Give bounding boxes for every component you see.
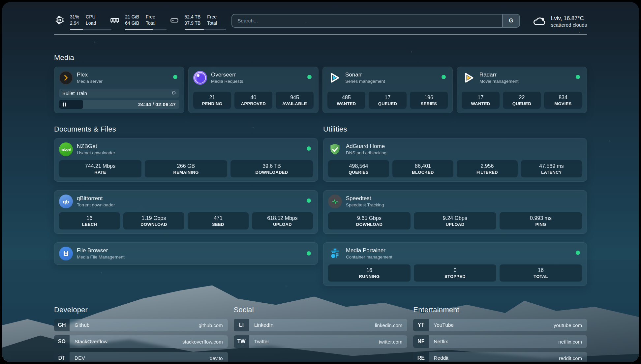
sonarr-card[interactable]: Sonarr Series management 485 WANTED 17 Q… bbox=[322, 67, 453, 113]
stat-label: FILTERED bbox=[458, 170, 516, 175]
gear-icon[interactable]: ⚙ bbox=[172, 91, 176, 96]
bookmark-github[interactable]: GH Github github.com bbox=[54, 319, 228, 331]
stat-value: 9.65 Gbps bbox=[329, 215, 409, 222]
bookmark-name: Netflix bbox=[429, 339, 448, 345]
utilities-column: Utilities bbox=[323, 125, 587, 286]
stat-tile: 16 RUNNING bbox=[328, 264, 411, 282]
speedtest-card[interactable]: Speedtest Speedtest Tracking 9.65 Gbps D… bbox=[323, 190, 587, 234]
memory-free-value: 21 GiB bbox=[125, 14, 139, 20]
bookmark-name: Twitter bbox=[249, 339, 269, 345]
stat-value: 22 bbox=[504, 94, 539, 101]
stat-label: APPROVED bbox=[236, 101, 271, 106]
speedtest-icon bbox=[328, 195, 342, 208]
playback-time: 24:44 / 02:06:47 bbox=[138, 102, 179, 107]
memory-metric: 21 GiB 64 GiB Free Total bbox=[109, 14, 155, 30]
bookmark-abbr: YT bbox=[413, 319, 429, 331]
radarr-card[interactable]: Radarr Movie management 17 WANTED 22 QUE… bbox=[457, 67, 587, 113]
stat-label: LATENCY bbox=[522, 170, 581, 175]
stat-value: 498,564 bbox=[329, 163, 388, 169]
memory-progressbar bbox=[125, 29, 167, 30]
status-dot bbox=[307, 75, 312, 79]
weather-widget: Lviv, 16.87°C scattered clouds bbox=[532, 14, 587, 28]
stat-value: 40 bbox=[236, 94, 271, 101]
stat-value: 0 bbox=[415, 267, 495, 274]
service-name: File Browser bbox=[77, 247, 125, 254]
playback-progressbar: 24:44 / 02:06:47 bbox=[59, 100, 179, 109]
section-title-social: Social bbox=[234, 306, 408, 314]
stat-value: 744.21 Mbps bbox=[60, 163, 140, 169]
search-engine-button[interactable]: G bbox=[502, 15, 519, 27]
stat-tile: 21 PENDING bbox=[193, 92, 231, 109]
section-title-developer: Developer bbox=[54, 306, 228, 314]
bookmark-stackoverflow[interactable]: SO StackOverflow stackoverflow.com bbox=[54, 335, 228, 348]
stat-tile: 9.65 Gbps DOWNLOAD bbox=[328, 212, 411, 229]
stat-tile: 39.6 TB DOWNLOADED bbox=[230, 160, 313, 177]
stat-value: 266 GB bbox=[146, 163, 226, 169]
filebrowser-card[interactable]: File Browser Media File Management bbox=[54, 242, 318, 265]
bookmark-netflix[interactable]: NF Netflix netflix.com bbox=[413, 335, 587, 348]
sonarr-icon bbox=[327, 71, 341, 85]
stat-label: DOWNLOAD bbox=[329, 222, 409, 227]
service-name: Plex bbox=[77, 71, 103, 78]
stat-tile: 16 LEECH bbox=[59, 212, 120, 229]
service-description: Media File Management bbox=[77, 254, 125, 260]
overseerr-card[interactable]: Overseerr Media Requests 21 PENDING 40 A… bbox=[188, 67, 319, 113]
qbittorrent-card[interactable]: qb qBittorrent Torrent downloader 16 LEE… bbox=[54, 190, 318, 234]
stat-tile: 9.24 Gbps UPLOAD bbox=[414, 212, 496, 229]
portainer-card[interactable]: Media Portainer Container management 16 … bbox=[323, 242, 587, 286]
cpu-usage-value: 31% bbox=[70, 14, 79, 20]
service-description: DNS and adblocking bbox=[346, 150, 386, 156]
section-title-documents: Documents & Files bbox=[54, 125, 318, 134]
stat-label: SEED bbox=[189, 222, 247, 227]
stat-value: 471 bbox=[189, 215, 247, 222]
bookmark-reddit[interactable]: RE Reddit reddit.com bbox=[413, 352, 587, 362]
stat-tile: 0.993 ms PING bbox=[500, 212, 582, 229]
bookmark-twitter[interactable]: TW Twitter twitter.com bbox=[234, 335, 408, 348]
stat-tile: 834 MOVIES bbox=[544, 92, 582, 109]
stat-value: 945 bbox=[277, 94, 312, 101]
stat-tile: 1.19 Gbps DOWNLOAD bbox=[123, 212, 184, 229]
stat-tile: 22 QUEUED bbox=[503, 92, 541, 109]
stat-label: REMAINING bbox=[146, 170, 226, 175]
stat-tile: 47.569 ms LATENCY bbox=[521, 160, 582, 177]
service-description: Container management bbox=[346, 254, 392, 260]
bookmark-name: DEV bbox=[70, 355, 85, 361]
nzbget-icon: nzbget bbox=[59, 142, 73, 156]
stat-tile: 17 QUEUED bbox=[369, 92, 407, 109]
section-title-utilities: Utilities bbox=[323, 125, 587, 134]
stat-tile: 618.52 Mbps UPLOAD bbox=[252, 212, 313, 229]
stat-label: MOVIES bbox=[545, 101, 581, 106]
bookmark-abbr: GH bbox=[54, 319, 70, 331]
cpu-usage-label: CPU bbox=[86, 14, 96, 20]
disk-progressbar bbox=[185, 29, 226, 30]
bookmark-abbr: DT bbox=[54, 352, 70, 362]
documents-column: Documents & Files nzbget NZBGet Usenet d… bbox=[54, 125, 318, 286]
cpu-load-label: Load bbox=[86, 20, 96, 26]
search-input[interactable] bbox=[232, 15, 502, 27]
radarr-icon bbox=[462, 71, 475, 85]
stat-label: RATE bbox=[60, 170, 140, 175]
memory-progress-fill bbox=[125, 29, 153, 30]
plex-card[interactable]: Plex Media server Bullet Train ⚙ 24:44 /… bbox=[54, 67, 184, 113]
adguard-card[interactable]: AdGuard Home DNS and adblocking 498,564 … bbox=[323, 138, 587, 182]
nzbget-card[interactable]: nzbget NZBGet Usenet downloader 744.21 M… bbox=[54, 138, 318, 182]
cpu-load-value: 2.94 bbox=[70, 20, 79, 26]
stat-tile: 40 APPROVED bbox=[234, 92, 272, 109]
adguard-icon bbox=[328, 142, 342, 156]
stat-value: 86,401 bbox=[394, 163, 452, 169]
status-dot bbox=[576, 75, 580, 79]
disk-icon bbox=[169, 15, 180, 26]
disk-free-value: 52.4 TB bbox=[185, 14, 201, 20]
weather-condition: scattered clouds bbox=[551, 22, 587, 28]
stat-tile: 485 WANTED bbox=[327, 92, 365, 109]
stat-label: PING bbox=[501, 222, 581, 227]
stat-tile: 945 AVAILABLE bbox=[276, 92, 314, 109]
bookmark-linkedin[interactable]: LI LinkedIn linkedin.com bbox=[234, 319, 408, 331]
bookmark-abbr: TW bbox=[234, 335, 249, 348]
bookmark-youtube[interactable]: YT YouTube youtube.com bbox=[413, 319, 587, 331]
bookmark-dev[interactable]: DT DEV dev.to bbox=[54, 352, 228, 362]
pause-button[interactable] bbox=[63, 103, 66, 106]
bookmark-url: youtube.com bbox=[554, 322, 587, 328]
service-description: Movie management bbox=[479, 78, 519, 84]
stat-label: WANTED bbox=[329, 101, 364, 106]
